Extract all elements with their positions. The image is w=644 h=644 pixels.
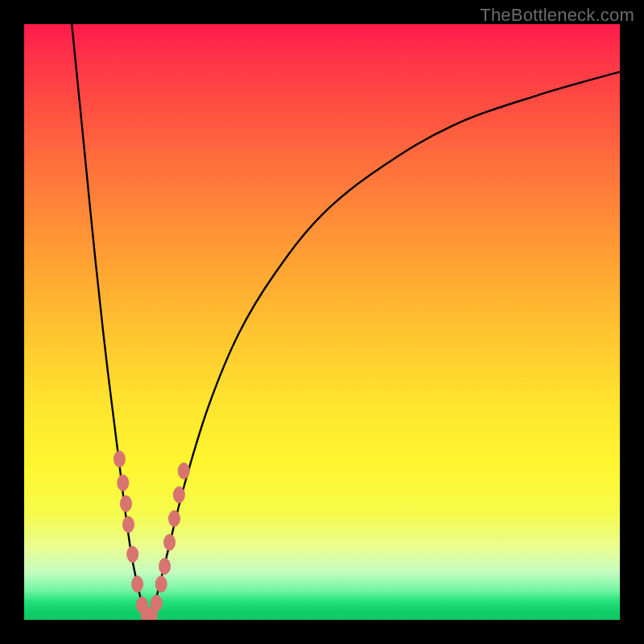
curve-left-branch [72,24,149,620]
highlight-dot [123,517,134,533]
highlight-dot [159,558,171,574]
watermark-text: TheBottleneck.com [480,5,634,26]
highlight-dots-group [114,451,189,620]
chart-frame: TheBottleneck.com [0,0,644,644]
highlight-dot [164,535,175,551]
highlight-dot [151,595,162,611]
highlight-dot [178,463,189,479]
highlight-dot [121,496,132,512]
highlight-dot [169,510,180,526]
highlight-dot [114,451,125,467]
highlight-dot [118,475,129,491]
curve-right-branch [149,72,620,620]
plot-area [24,24,620,620]
highlight-dot [132,576,143,592]
highlight-dot [173,487,184,503]
curve-layer [24,24,620,620]
highlight-dot [127,547,138,563]
highlight-dot [155,576,167,592]
